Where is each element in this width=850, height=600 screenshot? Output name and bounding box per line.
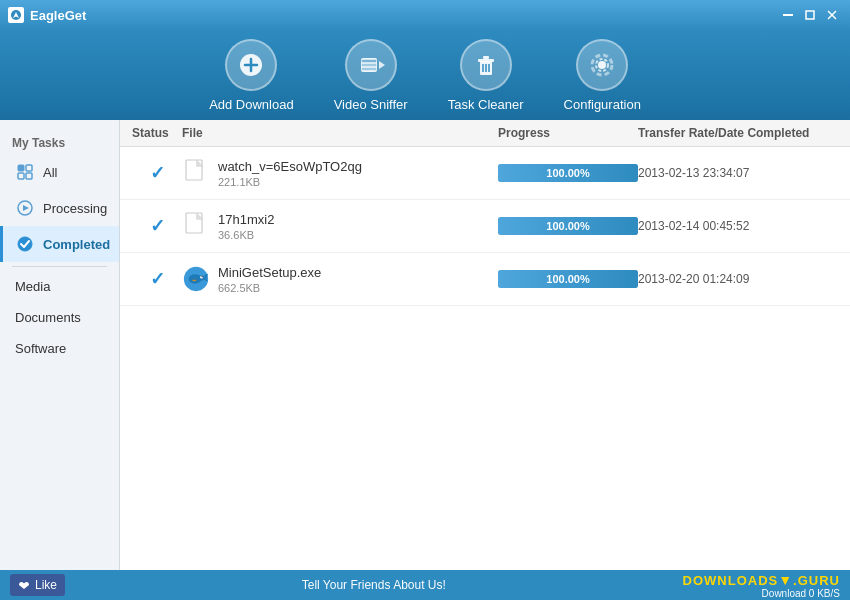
- header-file: File: [182, 126, 498, 140]
- svg-rect-9: [362, 60, 376, 62]
- file-area: Status File Progress Transfer Rate/Date …: [120, 120, 850, 570]
- toolbar-configuration[interactable]: Configuration: [564, 39, 641, 112]
- sidebar-item-all[interactable]: All: [0, 154, 119, 190]
- sidebar: My Tasks All Processing: [0, 120, 120, 570]
- row-transfer-1: 2013-02-13 23:34:07: [638, 166, 838, 180]
- task-cleaner-label: Task Cleaner: [448, 97, 524, 112]
- sidebar-heading: My Tasks: [0, 130, 119, 154]
- file-size-2: 36.6KB: [218, 229, 274, 241]
- title-bar: EagleGet: [0, 0, 850, 30]
- add-download-label: Add Download: [209, 97, 294, 112]
- file-icon-fish: [182, 263, 210, 295]
- svg-rect-22: [18, 165, 24, 171]
- row-progress-3: 100.00%: [498, 270, 638, 288]
- app-icon: [8, 7, 24, 23]
- file-icon-1: [182, 157, 210, 189]
- downloads-guru: DOWNLOADS▼.GURU Download 0 KB/S: [683, 572, 840, 599]
- header-status: Status: [132, 126, 182, 140]
- row-transfer-2: 2013-02-14 00:45:52: [638, 219, 838, 233]
- toolbar: Add Download Video Sniffer: [0, 30, 850, 120]
- svg-rect-2: [806, 11, 814, 19]
- sidebar-item-completed[interactable]: Completed: [0, 226, 119, 262]
- all-icon: [15, 162, 35, 182]
- svg-rect-15: [483, 56, 489, 59]
- sidebar-media-label: Media: [15, 279, 50, 294]
- row-status-2: ✓: [132, 215, 182, 237]
- header-transfer: Transfer Rate/Date Completed: [638, 126, 838, 140]
- toolbar-task-cleaner[interactable]: Task Cleaner: [448, 39, 524, 112]
- app-title: EagleGet: [30, 8, 86, 23]
- svg-rect-23: [26, 165, 32, 171]
- file-icon-2: [182, 210, 210, 242]
- svg-point-37: [200, 276, 203, 279]
- file-info-1: watch_v=6EsoWpTO2qg 221.1KB: [218, 159, 362, 188]
- download-speed: Download 0 KB/S: [762, 588, 840, 599]
- sidebar-all-label: All: [43, 165, 57, 180]
- row-status-3: ✓: [132, 268, 182, 290]
- friends-text: Tell Your Friends About Us!: [302, 578, 446, 592]
- maximize-button[interactable]: [800, 5, 820, 25]
- like-button[interactable]: Like: [10, 574, 65, 596]
- progress-bar-1: 100.00%: [498, 164, 638, 182]
- add-download-icon-circle: [225, 39, 277, 91]
- progress-text-2: 100.00%: [546, 220, 589, 232]
- check-icon-3: ✓: [150, 268, 165, 290]
- svg-point-38: [201, 276, 202, 277]
- like-label: Like: [35, 578, 57, 592]
- sidebar-processing-label: Processing: [43, 201, 107, 216]
- file-name-1: watch_v=6EsoWpTO2qg: [218, 159, 362, 174]
- main-content: My Tasks All Processing: [0, 120, 850, 570]
- svg-point-19: [598, 61, 606, 69]
- svg-marker-27: [23, 205, 29, 211]
- task-cleaner-icon-circle: [460, 39, 512, 91]
- toolbar-add-download[interactable]: Add Download: [209, 39, 294, 112]
- row-file-2: 17h1mxi2 36.6KB: [182, 210, 498, 242]
- bottom-bar: Like Tell Your Friends About Us! DOWNLOA…: [0, 570, 850, 600]
- svg-rect-24: [18, 173, 24, 179]
- progress-bar-2: 100.00%: [498, 217, 638, 235]
- svg-marker-12: [379, 61, 385, 69]
- video-sniffer-label: Video Sniffer: [334, 97, 408, 112]
- table-row[interactable]: ✓ 17h1mxi2 36.6KB: [120, 200, 850, 253]
- configuration-icon-circle: [576, 39, 628, 91]
- minimize-button[interactable]: [778, 5, 798, 25]
- completed-icon: [15, 234, 35, 254]
- svg-rect-25: [26, 173, 32, 179]
- guru-logo: DOWNLOADS▼.GURU: [683, 572, 840, 588]
- row-file-1: watch_v=6EsoWpTO2qg 221.1KB: [182, 157, 498, 189]
- sidebar-divider-1: [12, 266, 107, 267]
- sidebar-item-media[interactable]: Media: [0, 271, 119, 302]
- header-progress: Progress: [498, 126, 638, 140]
- progress-text-3: 100.00%: [546, 273, 589, 285]
- file-size-1: 221.1KB: [218, 176, 362, 188]
- sidebar-item-documents[interactable]: Documents: [0, 302, 119, 333]
- sidebar-item-software[interactable]: Software: [0, 333, 119, 364]
- table-row[interactable]: ✓ watch_v=6EsoWpTO2qg 221.1KB: [120, 147, 850, 200]
- progress-bar-3: 100.00%: [498, 270, 638, 288]
- close-button[interactable]: [822, 5, 842, 25]
- file-name-3: MiniGetSetup.exe: [218, 265, 321, 280]
- table-row[interactable]: ✓: [120, 253, 850, 306]
- file-info-2: 17h1mxi2 36.6KB: [218, 212, 274, 241]
- row-transfer-3: 2013-02-20 01:24:09: [638, 272, 838, 286]
- processing-icon: [15, 198, 35, 218]
- toolbar-video-sniffer[interactable]: Video Sniffer: [334, 39, 408, 112]
- title-bar-left: EagleGet: [8, 7, 86, 23]
- sidebar-item-processing[interactable]: Processing: [0, 190, 119, 226]
- progress-text-1: 100.00%: [546, 167, 589, 179]
- svg-rect-14: [478, 59, 494, 62]
- configuration-label: Configuration: [564, 97, 641, 112]
- file-rows: ✓ watch_v=6EsoWpTO2qg 221.1KB: [120, 147, 850, 570]
- row-file-3: MiniGetSetup.exe 662.5KB: [182, 263, 498, 295]
- file-name-2: 17h1mxi2: [218, 212, 274, 227]
- check-icon-2: ✓: [150, 215, 165, 237]
- svg-rect-1: [783, 14, 793, 16]
- row-progress-2: 100.00%: [498, 217, 638, 235]
- row-progress-1: 100.00%: [498, 164, 638, 182]
- window-controls: [778, 5, 842, 25]
- file-size-3: 662.5KB: [218, 282, 321, 294]
- check-icon-1: ✓: [150, 162, 165, 184]
- file-list-header: Status File Progress Transfer Rate/Date …: [120, 120, 850, 147]
- svg-rect-10: [362, 64, 376, 66]
- sidebar-documents-label: Documents: [15, 310, 81, 325]
